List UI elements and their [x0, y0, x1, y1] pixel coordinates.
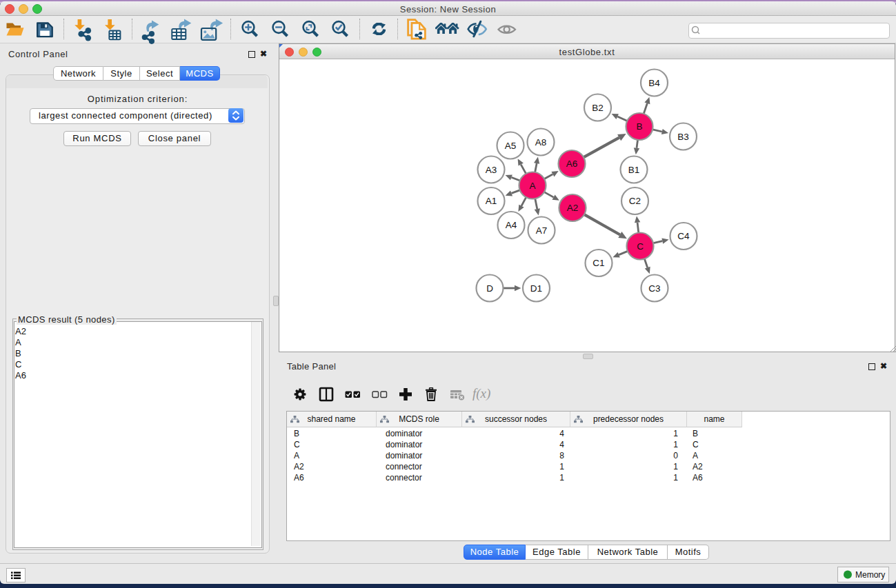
- svg-text:A8: A8: [535, 137, 547, 148]
- svg-text:A2: A2: [567, 203, 579, 213]
- svg-text:A3: A3: [486, 165, 497, 175]
- svg-text:B3: B3: [677, 132, 689, 142]
- svg-text:C4: C4: [677, 231, 690, 241]
- svg-text:C1: C1: [593, 258, 604, 268]
- svg-text:D: D: [486, 283, 493, 294]
- svg-text:A7: A7: [536, 225, 548, 236]
- svg-text:A6: A6: [566, 159, 578, 169]
- svg-text:B4: B4: [648, 78, 660, 88]
- svg-text:A: A: [529, 181, 535, 191]
- svg-text:B2: B2: [592, 103, 604, 113]
- svg-text:B: B: [636, 121, 642, 132]
- svg-text:A1: A1: [486, 196, 497, 206]
- svg-text:C2: C2: [629, 196, 641, 206]
- svg-text:C: C: [637, 241, 644, 252]
- svg-text:A4: A4: [506, 220, 517, 230]
- svg-text:Memory: Memory: [855, 570, 885, 580]
- svg-text:D1: D1: [530, 283, 542, 294]
- svg-text:B1: B1: [628, 165, 640, 175]
- svg-text:A5: A5: [505, 141, 517, 151]
- svg-text:C3: C3: [648, 283, 660, 294]
